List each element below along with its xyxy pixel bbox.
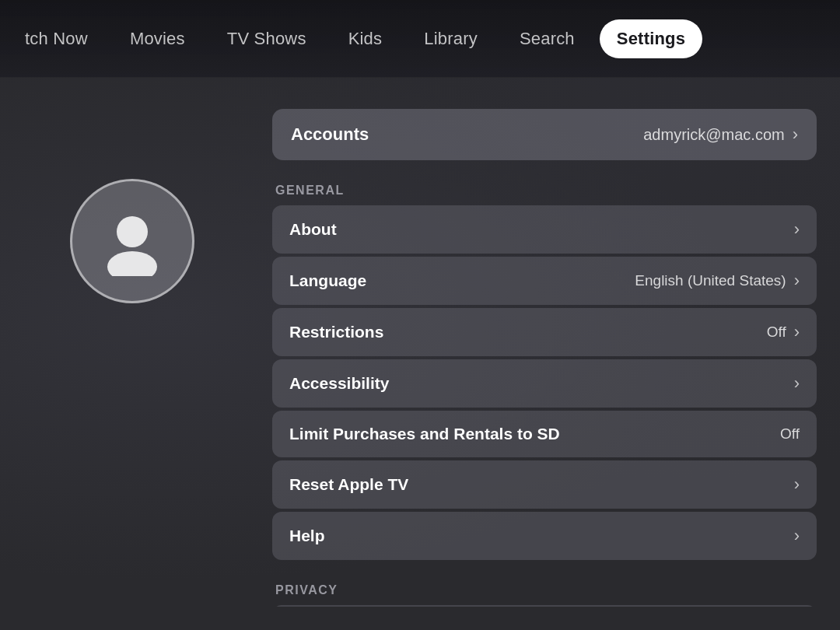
general-section-header: GENERAL (272, 184, 817, 198)
settings-item-restrictions[interactable]: Restrictions Off › (272, 308, 817, 356)
accounts-value: admyrick@mac.com › (643, 124, 798, 145)
nav-item-movies[interactable]: Movies (113, 19, 202, 58)
reset-apple-tv-label: Reset Apple TV (289, 475, 408, 494)
privacy-section-header: PRIVACY (272, 583, 817, 597)
nav-item-library[interactable]: Library (407, 19, 495, 58)
settings-item-limit-purchases[interactable]: Limit Purchases and Rentals to SD Off (272, 411, 817, 457)
main-content: Accounts admyrick@mac.com › GENERAL Abou… (0, 78, 840, 630)
accessibility-value: › (794, 373, 800, 394)
avatar (70, 179, 194, 303)
restrictions-chevron: › (794, 322, 800, 342)
nav-item-watch-now[interactable]: tch Now (8, 19, 105, 58)
settings-item-accessibility[interactable]: Accessibility › (272, 359, 817, 408)
svg-point-1 (107, 251, 157, 276)
accessibility-chevron: › (794, 373, 800, 394)
accounts-row[interactable]: Accounts admyrick@mac.com › (272, 109, 817, 160)
language-value: English (United States) › (635, 271, 800, 291)
nav-item-settings[interactable]: Settings (600, 19, 702, 58)
person-icon (97, 206, 167, 276)
help-value: › (794, 526, 800, 546)
nav-item-tv-shows[interactable]: TV Shows (210, 19, 324, 58)
about-chevron: › (794, 219, 800, 240)
limit-purchases-value: Off (780, 425, 800, 443)
restrictions-value: Off › (767, 322, 800, 342)
right-panel: Accounts admyrick@mac.com › GENERAL Abou… (264, 101, 840, 607)
accounts-label: Accounts (291, 124, 369, 145)
language-label: Language (289, 271, 366, 290)
settings-item-help[interactable]: Help › (272, 512, 817, 560)
accounts-chevron: › (793, 124, 798, 145)
help-chevron: › (794, 526, 800, 546)
limit-purchases-label: Limit Purchases and Rentals to SD (289, 425, 560, 443)
nav-item-kids[interactable]: Kids (331, 19, 400, 58)
left-panel (0, 101, 264, 607)
settings-item-about[interactable]: About › (272, 205, 817, 254)
settings-item-reset-apple-tv[interactable]: Reset Apple TV › (272, 460, 817, 509)
reset-apple-tv-chevron: › (794, 474, 800, 495)
nav-item-search[interactable]: Search (502, 19, 592, 58)
settings-item-use-play-history[interactable]: Use Play History On (272, 605, 817, 607)
restrictions-label: Restrictions (289, 323, 383, 341)
nav-items: tch Now Movies TV Shows Kids Library Sea… (16, 19, 702, 58)
settings-item-language[interactable]: Language English (United States) › (272, 257, 817, 305)
nav-bar: tch Now Movies TV Shows Kids Library Sea… (0, 0, 840, 78)
reset-apple-tv-value: › (794, 474, 800, 495)
accessibility-label: Accessibility (289, 374, 389, 393)
svg-point-0 (117, 216, 148, 247)
privacy-settings-group: Use Play History On (272, 605, 817, 607)
about-value: › (794, 219, 800, 240)
language-chevron: › (794, 271, 800, 291)
help-label: Help (289, 527, 325, 545)
about-label: About (289, 220, 337, 239)
general-settings-group: About › Language English (United States)… (272, 205, 817, 560)
